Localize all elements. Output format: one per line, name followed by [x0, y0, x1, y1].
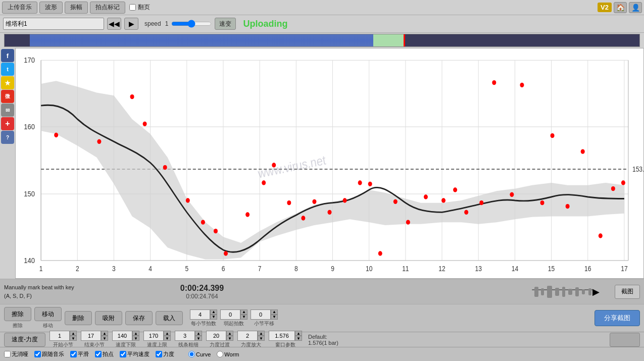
user-icon[interactable]: 👤	[629, 2, 642, 13]
start-bar-input[interactable]	[49, 331, 70, 341]
flip-checkbox[interactable]	[129, 4, 136, 11]
force-checkbox[interactable]	[156, 351, 162, 357]
mail-button[interactable]: ✉	[1, 104, 14, 117]
bar-shift-input[interactable]	[251, 310, 271, 320]
speed-lo-down[interactable]: ▼	[132, 336, 139, 341]
beats-per-bar-down[interactable]: ▼	[210, 315, 217, 320]
force-smooth-down[interactable]: ▼	[226, 336, 233, 341]
no-mute-label[interactable]: 无消哑	[4, 350, 28, 358]
force-smooth-input[interactable]	[206, 331, 226, 341]
facebook-button[interactable]: f	[1, 49, 14, 62]
bar-shift-down[interactable]: ▼	[271, 315, 278, 320]
home-icon[interactable]: 🏠	[614, 2, 627, 13]
force-scale-label: 力度放大	[241, 341, 261, 348]
bar-shift-up[interactable]: ▲	[271, 310, 278, 315]
line-width-input[interactable]	[175, 331, 195, 341]
attach-button[interactable]: 吸附	[95, 311, 122, 325]
beat-point-label[interactable]: 拍点	[95, 350, 114, 358]
share-cut-button[interactable]: 分享截图	[595, 310, 640, 326]
play-waveform-button[interactable]: ▶	[592, 286, 600, 297]
line-width-up[interactable]: ▲	[195, 331, 202, 336]
listen-button[interactable]: 速变	[215, 18, 236, 30]
speed-slider[interactable]	[171, 20, 212, 28]
waveform-button[interactable]: 波形	[39, 2, 63, 14]
detect-button[interactable]: 振幅	[65, 2, 88, 14]
avg-speed-label[interactable]: 平均速度	[120, 350, 150, 358]
svg-rect-93	[562, 287, 565, 297]
waveform-icon-area: ▶	[532, 284, 600, 299]
prev-button[interactable]: ◀◀	[107, 18, 121, 30]
worm-radio[interactable]	[217, 351, 223, 357]
save-button[interactable]: 保存	[125, 311, 153, 325]
speed-hi-down[interactable]: ▼	[164, 336, 171, 341]
twitter-button[interactable]: t	[1, 63, 14, 76]
window-param-up[interactable]: ▲	[295, 331, 302, 336]
star-button[interactable]: ★	[1, 76, 14, 89]
pickup-beats-up[interactable]: ▲	[240, 310, 247, 315]
help-button[interactable]: ?	[1, 131, 14, 144]
force-scale-input[interactable]	[237, 331, 258, 341]
svg-point-71	[424, 194, 428, 199]
start-bar-down[interactable]: ▼	[70, 336, 77, 341]
window-param-down[interactable]: ▼	[295, 336, 302, 341]
beat-point-checkbox[interactable]	[95, 351, 102, 357]
speed-lo-up[interactable]: ▲	[132, 331, 139, 336]
force-scale-up[interactable]: ▲	[258, 331, 265, 336]
beat-mark-button[interactable]: 拍点标记	[90, 2, 125, 14]
load-button[interactable]: 载入	[156, 311, 183, 325]
force-smooth-up[interactable]: ▲	[226, 331, 233, 336]
song-name-input[interactable]	[3, 18, 104, 30]
end-bar-input[interactable]	[81, 331, 101, 341]
avg-speed-checkbox[interactable]	[120, 351, 126, 357]
worm-radio-label[interactable]: Worm	[217, 351, 239, 357]
end-bar-up[interactable]: ▲	[101, 331, 108, 336]
speed-force-button[interactable]: 速度-力度	[4, 333, 45, 347]
force-label[interactable]: 力度	[156, 350, 174, 358]
force-scale-spinner: ▲ ▼	[237, 331, 265, 341]
pickup-beats-input[interactable]	[220, 310, 240, 320]
speed-hi-up[interactable]: ▲	[164, 331, 171, 336]
start-bar-up[interactable]: ▲	[70, 331, 77, 336]
beats-per-bar-input[interactable]	[190, 310, 210, 320]
upload-music-button[interactable]: 上传音乐	[2, 2, 37, 14]
follow-music-checkbox[interactable]	[34, 351, 41, 357]
waveform-container[interactable]	[4, 34, 640, 47]
speed-lo-input[interactable]	[112, 331, 132, 341]
line-width-down[interactable]: ▼	[195, 336, 202, 341]
plus-button[interactable]: +	[1, 117, 14, 130]
svg-point-83	[599, 233, 603, 238]
no-mute-checkbox[interactable]	[4, 351, 11, 357]
waveform-position-marker	[404, 34, 405, 46]
pickup-beats-down[interactable]: ▼	[240, 315, 247, 320]
play-button[interactable]: ▶	[124, 18, 138, 30]
window-param-input[interactable]	[269, 331, 295, 341]
move-button[interactable]: 移动	[34, 307, 62, 321]
svg-point-54	[186, 198, 190, 202]
svg-text:17: 17	[621, 265, 627, 273]
svg-point-79	[540, 200, 544, 205]
svg-point-55	[201, 220, 205, 225]
v2-badge: V2	[598, 3, 612, 12]
beats-per-bar-up[interactable]: ▲	[210, 310, 217, 315]
svg-rect-97	[588, 288, 591, 295]
svg-rect-90	[541, 288, 544, 295]
smooth-label[interactable]: 平滑	[70, 350, 89, 358]
svg-point-67	[368, 182, 372, 186]
delete-button[interactable]: 删除	[65, 311, 92, 325]
speed-hi-input[interactable]	[143, 331, 164, 341]
erase-button[interactable]: 擦除	[4, 307, 31, 321]
extra-btn-right[interactable]	[610, 333, 640, 347]
curve-radio-label[interactable]: Curve	[188, 351, 211, 357]
force-smooth-label: 力度过渡	[210, 341, 230, 348]
end-bar-down[interactable]: ▼	[101, 336, 108, 341]
bar-shift-label: 小节平移	[254, 320, 274, 327]
svg-text:9: 9	[331, 265, 334, 273]
weibo-button[interactable]: 微	[1, 90, 14, 103]
force-scale-down[interactable]: ▼	[258, 336, 265, 341]
svg-point-82	[581, 149, 585, 154]
default-value: 1.576(1 bar)	[308, 340, 338, 346]
curve-radio[interactable]	[188, 351, 195, 357]
smooth-checkbox[interactable]	[70, 351, 77, 357]
follow-music-label[interactable]: 跟随音乐	[34, 350, 64, 358]
cut-button[interactable]: 截图	[615, 285, 640, 299]
